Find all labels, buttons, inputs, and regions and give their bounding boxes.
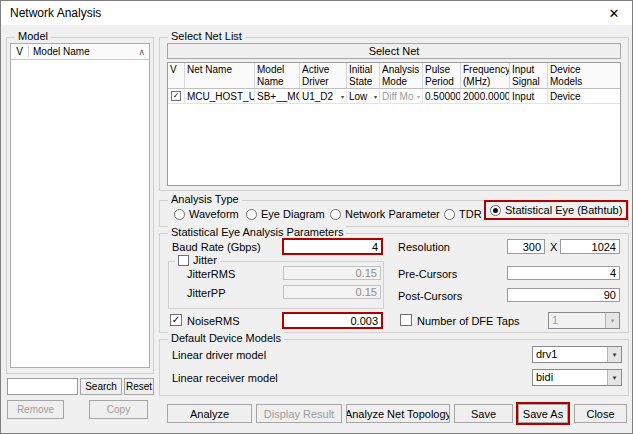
- display-result-button[interactable]: Display Result: [256, 404, 342, 423]
- resolution-x-input[interactable]: [507, 239, 545, 254]
- net-col-analysis-mode[interactable]: Analysis Mode: [380, 63, 423, 89]
- dfe-taps-label: Number of DFE Taps: [417, 315, 520, 327]
- jitter-label: Jitter: [193, 254, 217, 266]
- net-table-row[interactable]: ✓ MCU_HOST_USB SB+__MC U1_D2▾ Low▾ Diff …: [168, 89, 620, 104]
- cell-active-driver-pin[interactable]: U1_D2▾: [300, 89, 347, 104]
- radio-selected-icon: [490, 205, 501, 216]
- net-col-frequency[interactable]: Frequency (MHz): [461, 63, 510, 89]
- analysis-mode-value: Diff Mo: [382, 91, 414, 102]
- noise-rms-checkbox[interactable]: ✓: [170, 314, 182, 326]
- model-col-name[interactable]: Model Name: [29, 46, 138, 57]
- radio-eye-diagram-label: Eye Diagram: [261, 208, 325, 220]
- jitter-pp-label: JitterPP: [187, 287, 226, 299]
- select-net-list-label: Select Net List: [168, 30, 245, 42]
- linear-receiver-label: Linear receiver model: [172, 372, 278, 384]
- cell-net-name[interactable]: MCU_HOST_USB: [185, 89, 255, 104]
- net-col-input-signal[interactable]: Input Signal: [510, 63, 548, 89]
- save-as-button[interactable]: Save As: [518, 404, 568, 423]
- radio-tdr[interactable]: TDR: [444, 207, 482, 221]
- model-list-header: V Model Name ∧: [11, 44, 149, 60]
- reset-button[interactable]: Reset: [124, 378, 154, 395]
- close-icon[interactable]: ✕: [600, 3, 628, 23]
- baud-rate-input[interactable]: [282, 238, 383, 255]
- window-title: Network Analysis: [10, 6, 101, 20]
- dfe-taps-combo: 1 ▾: [548, 312, 620, 329]
- row-checkbox[interactable]: ✓: [171, 91, 181, 101]
- analyze-button[interactable]: Analyze: [167, 404, 252, 423]
- post-cursors-input[interactable]: [507, 288, 620, 302]
- net-table[interactable]: V Net Name Model Name Active Driver Pin …: [167, 62, 621, 186]
- linear-receiver-combo[interactable]: bidi ▾: [532, 369, 622, 386]
- save-button[interactable]: Save: [454, 404, 513, 423]
- radio-statistical-eye[interactable]: Statistical Eye (Bathtub): [486, 202, 626, 218]
- chevron-down-icon: ▾: [605, 313, 619, 328]
- linear-driver-value: drv1: [533, 347, 607, 362]
- cell-pulse-period[interactable]: 0.50000: [423, 89, 461, 104]
- driver-pin-value: U1_D2: [302, 91, 333, 102]
- jitter-group-head: ✓ Jitter: [175, 254, 220, 266]
- search-button[interactable]: Search: [80, 378, 122, 395]
- chevron-down-icon[interactable]: ▾: [607, 347, 621, 362]
- sort-ascending-icon[interactable]: ∧: [138, 47, 149, 57]
- radio-eye-diagram[interactable]: Eye Diagram: [246, 207, 325, 221]
- pre-cursors-label: Pre-Cursors: [398, 268, 457, 280]
- radio-network-parameter-label: Network Parameter: [345, 208, 440, 220]
- post-cursors-label: Post-Cursors: [398, 290, 462, 302]
- cell-model-name[interactable]: SB+__MC: [255, 89, 300, 104]
- noise-rms-label: NoiseRMS: [187, 315, 240, 327]
- radio-network-parameter[interactable]: Network Parameter: [330, 207, 440, 221]
- linear-driver-label: Linear driver model: [172, 349, 266, 361]
- model-list[interactable]: V Model Name ∧: [10, 43, 150, 368]
- net-col-v[interactable]: V: [168, 63, 185, 89]
- resolution-label: Resolution: [398, 241, 450, 253]
- chevron-down-icon[interactable]: ▾: [341, 93, 344, 100]
- chevron-down-icon[interactable]: ▾: [374, 93, 377, 100]
- radio-icon: [330, 209, 341, 220]
- dfe-taps-checkbox[interactable]: ✓: [400, 314, 412, 326]
- chevron-down-icon[interactable]: ▾: [607, 370, 621, 385]
- jitter-checkbox[interactable]: ✓: [178, 255, 189, 266]
- resolution-separator: X: [550, 241, 557, 253]
- stat-eye-params-label: Statistical Eye Analysis Parameters: [168, 226, 346, 238]
- radio-statistical-eye-label: Statistical Eye (Bathtub): [505, 204, 622, 216]
- default-device-models-label: Default Device Models: [168, 332, 284, 344]
- resolution-y-input[interactable]: [560, 239, 620, 254]
- net-col-pulse-period[interactable]: Pulse Period: [423, 63, 461, 89]
- cell-device-models[interactable]: Device: [548, 89, 621, 104]
- jitter-group: ✓ Jitter JitterRMS JitterPP: [168, 261, 384, 309]
- noise-rms-input[interactable]: [282, 312, 383, 329]
- net-col-device-models[interactable]: Device Models: [548, 63, 621, 89]
- default-device-models-group: Default Device Models Linear driver mode…: [159, 339, 629, 396]
- radio-waveform-label: Waveform: [189, 208, 239, 220]
- initial-state-value: Low: [349, 91, 367, 102]
- radio-icon: [246, 209, 257, 220]
- cell-initial-state[interactable]: Low▾: [347, 89, 380, 104]
- stat-eye-params-group: Statistical Eye Analysis Parameters Baud…: [159, 233, 629, 333]
- net-col-model-name[interactable]: Model Name: [255, 63, 300, 89]
- dfe-taps-value: 1: [549, 313, 605, 328]
- close-button[interactable]: Close: [574, 404, 627, 423]
- jitter-rms-input: [283, 266, 381, 280]
- select-net-button[interactable]: Select Net: [167, 43, 621, 59]
- model-col-v[interactable]: V: [11, 46, 29, 57]
- jitter-rms-label: JitterRMS: [187, 268, 235, 280]
- chevron-down-icon: ▾: [417, 93, 420, 100]
- radio-tdr-label: TDR: [459, 208, 482, 220]
- cell-input-signal[interactable]: Input: [510, 89, 548, 104]
- net-col-active-driver-pin[interactable]: Active Driver Pin: [300, 63, 347, 89]
- copy-button[interactable]: Copy: [89, 400, 148, 419]
- baud-rate-label: Baud Rate (Gbps): [172, 241, 261, 253]
- analyze-net-topology-button[interactable]: Analyze Net Topology: [346, 404, 450, 423]
- net-col-initial-state[interactable]: Initial State: [347, 63, 380, 89]
- net-col-net-name[interactable]: Net Name: [185, 63, 255, 89]
- network-analysis-dialog: Network Analysis ✕ Model V Model Name ∧ …: [0, 0, 633, 434]
- linear-receiver-value: bidi: [533, 370, 607, 385]
- linear-driver-combo[interactable]: drv1 ▾: [532, 346, 622, 363]
- remove-button[interactable]: Remove: [7, 400, 64, 419]
- radio-icon: [174, 209, 185, 220]
- model-list-body[interactable]: [11, 60, 149, 366]
- model-search-input[interactable]: [7, 378, 78, 395]
- radio-waveform[interactable]: Waveform: [174, 207, 239, 221]
- pre-cursors-input[interactable]: [507, 266, 620, 280]
- cell-frequency[interactable]: 2000.0000: [461, 89, 510, 104]
